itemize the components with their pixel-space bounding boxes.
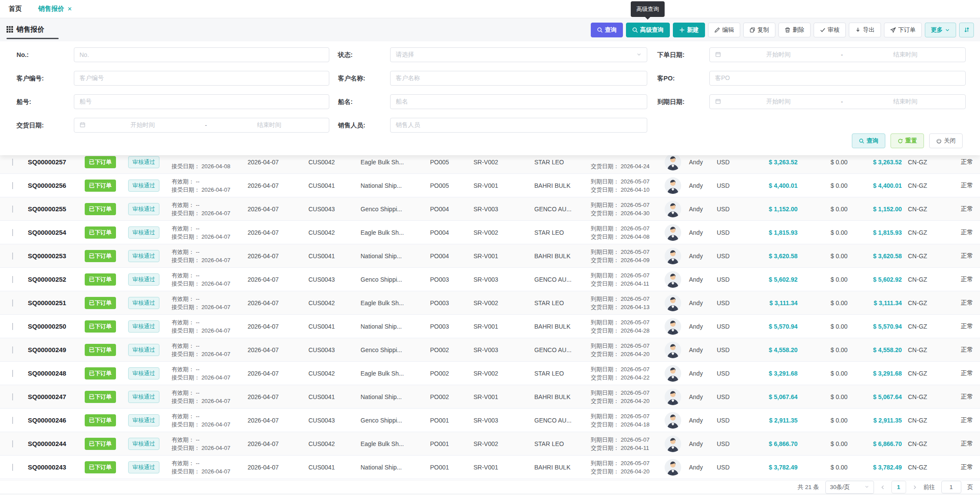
row-checkbox[interactable] bbox=[12, 182, 13, 189]
order-date: 2026-04-07 bbox=[248, 370, 304, 377]
tab-sales-quotation[interactable]: 销售报价 ✕ bbox=[38, 5, 72, 13]
ship-name-input[interactable]: 船名 bbox=[390, 94, 647, 109]
quotation-no: SQ00000244 bbox=[28, 440, 85, 447]
query-button[interactable]: 查询 bbox=[591, 23, 623, 37]
export-button[interactable]: 导出 bbox=[849, 23, 881, 37]
advanced-query-button[interactable]: 高级查询 bbox=[626, 23, 670, 37]
validity-accept-cell: 有效期： -- 接受日期： 2026-04-07 bbox=[172, 436, 248, 452]
ship-voyage-no: SR-V001 bbox=[473, 464, 534, 471]
delivery-date-range-input[interactable]: 开始时间 - 结束时间 bbox=[74, 118, 329, 133]
currency: USD bbox=[717, 417, 747, 424]
row-checkbox[interactable] bbox=[12, 464, 13, 471]
row-checkbox[interactable] bbox=[12, 276, 13, 283]
amount: $ 5,602.92 bbox=[747, 276, 804, 283]
customer-name: Eagle Bulk Sh... bbox=[361, 300, 430, 306]
refresh-icon bbox=[897, 138, 903, 144]
row-state: 正常 bbox=[943, 463, 980, 471]
region: CN-GZ bbox=[908, 229, 943, 236]
table-row[interactable]: SQ00000249 已下订单 审核通过 有效期： -- 接受日期： 2026-… bbox=[0, 338, 980, 362]
customer-code: CUS0043 bbox=[304, 346, 361, 353]
audit-button[interactable]: 审核 bbox=[814, 23, 846, 37]
filter-customer-name-label: 客户名称: bbox=[338, 71, 365, 86]
create-button[interactable]: 新建 bbox=[673, 23, 705, 37]
customer-code: CUS0043 bbox=[304, 276, 361, 283]
table-row[interactable]: SQ00000256 已下订单 审核通过 有效期： -- 接受日期： 2026-… bbox=[0, 174, 980, 197]
delete-button[interactable]: 删除 bbox=[778, 23, 811, 37]
prev-page-button[interactable] bbox=[880, 485, 885, 490]
salesperson: Andy bbox=[689, 206, 717, 213]
ship-name: GENCO AU... bbox=[534, 276, 591, 283]
avatar bbox=[665, 224, 681, 241]
row-checkbox[interactable] bbox=[12, 440, 13, 447]
salesperson: Andy bbox=[689, 159, 717, 166]
salesperson: Andy bbox=[689, 253, 717, 260]
order-status-badge: 已下订单 bbox=[85, 297, 116, 309]
validity-accept-cell: 有效期： -- 接受日期： 2026-04-07 bbox=[172, 224, 248, 241]
row-checkbox[interactable] bbox=[12, 346, 13, 353]
due-delivery-cell: 到期日期： 2026-05-07 交货日期： 2026-04-20 bbox=[591, 342, 665, 358]
region: CN-GZ bbox=[908, 440, 943, 447]
row-checkbox[interactable] bbox=[12, 206, 13, 213]
place-order-button[interactable]: 下订单 bbox=[884, 23, 922, 37]
filter-reset-button[interactable]: 重置 bbox=[891, 133, 924, 148]
salesperson-input[interactable]: 销售人员 bbox=[390, 118, 647, 133]
sort-toggle-button[interactable] bbox=[959, 23, 974, 37]
table-row[interactable]: SQ00000248 已下订单 审核通过 有效期： -- 接受日期： 2026-… bbox=[0, 362, 980, 385]
row-checkbox[interactable] bbox=[12, 370, 13, 377]
row-checkbox[interactable] bbox=[12, 253, 13, 260]
table-row[interactable]: SQ00000255 已下订单 审核通过 有效期： -- 接受日期： 2026-… bbox=[0, 197, 980, 221]
customer-name: Genco Shippi... bbox=[361, 276, 430, 283]
status-select[interactable]: 请选择 bbox=[390, 47, 647, 62]
table-row[interactable]: SQ00000251 已下订单 审核通过 有效期： -- 接受日期： 2026-… bbox=[0, 291, 980, 315]
table-row[interactable]: SQ00000244 已下订单 审核通过 有效期： -- 接受日期： 2026-… bbox=[0, 432, 980, 456]
amount: $ 1,815.93 bbox=[747, 229, 804, 236]
ship-name: STAR LEO bbox=[534, 300, 591, 306]
sort-arrows-icon bbox=[963, 27, 970, 33]
edit-button[interactable]: 编辑 bbox=[708, 23, 740, 37]
no-input[interactable]: No. bbox=[74, 47, 329, 62]
table-row[interactable]: SQ00000247 已下订单 审核通过 有效期： -- 接受日期： 2026-… bbox=[0, 385, 980, 409]
tab-home[interactable]: 首页 bbox=[9, 5, 22, 13]
order-date-range-input[interactable]: 开始时间 - 结束时间 bbox=[709, 47, 966, 62]
table-row[interactable]: SQ00000253 已下订单 审核通过 有效期： -- 接受日期： 2026-… bbox=[0, 244, 980, 268]
close-icon[interactable]: ✕ bbox=[67, 6, 72, 12]
audit-status-badge: 审核通过 bbox=[128, 203, 159, 215]
salesperson: Andy bbox=[689, 370, 717, 377]
validity-accept-cell: 有效期： -- 接受日期： 2026-04-07 bbox=[172, 342, 248, 358]
customer-code: CUS0042 bbox=[304, 440, 361, 447]
search-icon bbox=[632, 27, 638, 33]
order-status-badge: 已下订单 bbox=[85, 203, 116, 215]
ship-no-input[interactable]: 船号 bbox=[74, 94, 329, 109]
page-size-select[interactable]: 30条/页 bbox=[825, 481, 874, 494]
page-number-1[interactable]: 1 bbox=[891, 481, 906, 493]
customer-name: Genco Shippi... bbox=[361, 417, 430, 424]
tab-bar: 首页 销售报价 ✕ bbox=[0, 0, 980, 18]
more-button[interactable]: 更多 bbox=[925, 23, 956, 37]
table-row[interactable]: SQ00000252 已下订单 审核通过 有效期： -- 接受日期： 2026-… bbox=[0, 268, 980, 291]
row-checkbox[interactable] bbox=[12, 300, 13, 306]
ship-name: STAR LEO bbox=[534, 229, 591, 236]
customer-no-input[interactable]: 客户编号 bbox=[74, 71, 329, 86]
table-row[interactable]: SQ00000243 已下订单 审核通过 有效期： -- 接受日期： 2026-… bbox=[0, 456, 980, 479]
row-checkbox[interactable] bbox=[12, 323, 13, 330]
table-row[interactable]: SQ00000246 已下订单 审核通过 有效期： -- 接受日期： 2026-… bbox=[0, 409, 980, 432]
row-checkbox[interactable] bbox=[12, 159, 13, 166]
row-checkbox[interactable] bbox=[12, 417, 13, 424]
row-checkbox[interactable] bbox=[12, 393, 13, 400]
table-row[interactable]: SQ00000254 已下订单 审核通过 有效期： -- 接受日期： 2026-… bbox=[0, 221, 980, 244]
customer-po-input[interactable]: 客PO bbox=[709, 71, 966, 86]
next-page-button[interactable] bbox=[912, 485, 917, 490]
quotation-table: SQ00000257 已下订单 审核通过 有效期： 接受日期： 2026-04-… bbox=[0, 150, 980, 479]
ship-name: BAHRI BULK bbox=[534, 253, 591, 260]
copy-button[interactable]: 复制 bbox=[743, 23, 775, 37]
customer-name-input[interactable]: 客户名称 bbox=[390, 71, 647, 86]
audit-status-badge: 审核通过 bbox=[128, 180, 159, 192]
customer-code: CUS0043 bbox=[304, 417, 361, 424]
salesperson: Andy bbox=[689, 276, 717, 283]
table-row[interactable]: SQ00000250 已下订单 审核通过 有效期： -- 接受日期： 2026-… bbox=[0, 315, 980, 338]
due-date-range-input[interactable]: 开始时间 - 结束时间 bbox=[709, 94, 966, 109]
filter-search-button[interactable]: 查询 bbox=[852, 133, 885, 148]
filter-close-button[interactable]: 关闭 bbox=[929, 133, 963, 148]
goto-page-input[interactable]: 1 bbox=[941, 481, 961, 493]
row-checkbox[interactable] bbox=[12, 229, 13, 236]
